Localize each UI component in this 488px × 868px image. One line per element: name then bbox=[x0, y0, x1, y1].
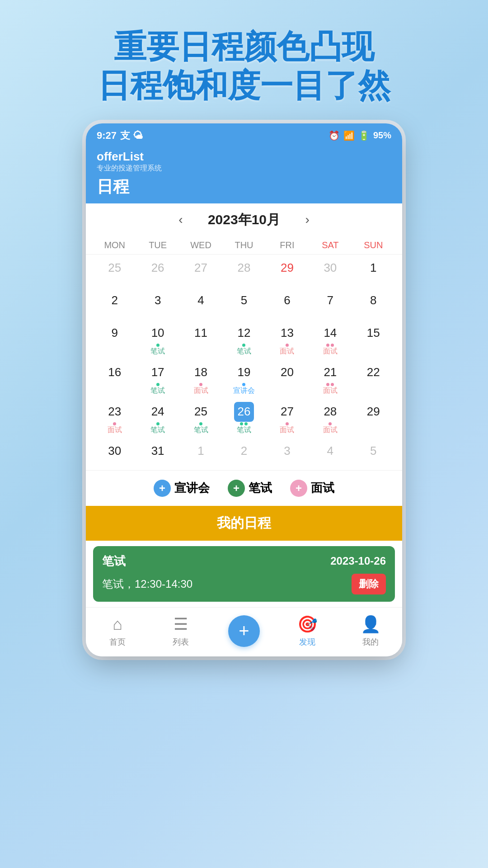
nav-list[interactable]: ☰ 列表 bbox=[158, 615, 203, 647]
status-icons: 支 🌤 bbox=[120, 129, 143, 142]
calendar-day-number: 13 bbox=[277, 323, 297, 343]
calendar-day-number: 4 bbox=[320, 441, 340, 461]
calendar-day[interactable]: 18面试 bbox=[179, 359, 222, 398]
calendar-day[interactable]: 20 bbox=[266, 359, 309, 398]
calendar-day[interactable]: 7 bbox=[309, 287, 352, 320]
calendar-day[interactable]: 1 bbox=[352, 255, 395, 287]
calendar-day[interactable]: 22 bbox=[352, 359, 395, 398]
calendar-day[interactable]: 28面试 bbox=[309, 398, 352, 438]
calendar-day-number: 29 bbox=[363, 402, 383, 422]
add-written-test-button[interactable]: + 笔试 bbox=[228, 480, 272, 497]
calendar-day-label: 面试 bbox=[280, 347, 294, 356]
calendar-day-dots bbox=[242, 344, 245, 347]
add-button[interactable]: + bbox=[228, 615, 260, 647]
calendar-day[interactable]: 6 bbox=[266, 287, 309, 320]
schedule-time: 笔试，12:30-14:30 bbox=[102, 577, 192, 591]
add-written-test-label: 笔试 bbox=[249, 480, 272, 496]
calendar-day[interactable]: 14面试 bbox=[309, 320, 352, 359]
calendar-day-number: 24 bbox=[148, 402, 168, 422]
nav-discover[interactable]: 🎯 发现 bbox=[285, 615, 330, 647]
calendar-day[interactable]: 30 bbox=[93, 438, 136, 470]
calendar-day-number: 1 bbox=[191, 441, 211, 461]
app-header: offerList 专业的投递管理系统 日程 bbox=[86, 146, 402, 203]
day-header-fri: FRI bbox=[266, 236, 309, 254]
calendar-day[interactable]: 3 bbox=[266, 438, 309, 470]
calendar-day-number: 27 bbox=[191, 258, 211, 278]
calendar-day-number: 23 bbox=[105, 402, 125, 422]
nav-mine-label: 我的 bbox=[362, 637, 379, 647]
calendar-day[interactable]: 23面试 bbox=[93, 398, 136, 438]
add-interview-label: 面试 bbox=[311, 480, 334, 496]
calendar-day-number: 31 bbox=[148, 441, 168, 461]
calendar-day[interactable]: 27 bbox=[179, 255, 222, 287]
add-interview-button[interactable]: + 面试 bbox=[290, 480, 334, 497]
delete-schedule-button[interactable]: 删除 bbox=[352, 574, 386, 594]
calendar-day[interactable]: 3 bbox=[136, 287, 179, 320]
day-header-tue: TUE bbox=[136, 236, 179, 254]
add-presentation-button[interactable]: + 宣讲会 bbox=[154, 480, 210, 497]
schedule-date: 2023-10-26 bbox=[330, 555, 386, 567]
calendar-day[interactable]: 5 bbox=[222, 287, 265, 320]
calendar-day-number: 16 bbox=[105, 363, 125, 382]
nav-add[interactable]: + bbox=[221, 615, 267, 647]
calendar-day[interactable]: 9 bbox=[93, 320, 136, 359]
day-header-thu: THU bbox=[222, 236, 265, 254]
nav-mine[interactable]: 👤 我的 bbox=[348, 615, 393, 647]
calendar-day-number: 30 bbox=[105, 441, 125, 461]
calendar-day[interactable]: 17笔试 bbox=[136, 359, 179, 398]
calendar-day[interactable]: 24笔试 bbox=[136, 398, 179, 438]
calendar-day[interactable]: 31 bbox=[136, 438, 179, 470]
calendar-day[interactable]: 11 bbox=[179, 320, 222, 359]
next-month-button[interactable]: › bbox=[298, 212, 316, 227]
calendar-month-title: 2023年10月 bbox=[208, 211, 280, 229]
prev-month-button[interactable]: ‹ bbox=[172, 212, 190, 227]
calendar-day[interactable]: 4 bbox=[179, 287, 222, 320]
calendar-day[interactable]: 2 bbox=[222, 438, 265, 470]
calendar-day-number: 3 bbox=[277, 441, 297, 461]
calendar-day[interactable]: 15 bbox=[352, 320, 395, 359]
phone-frame: 9:27 支 🌤 ⏰ 📶 🔋 95% offerList 专业的投递管理系统 日… bbox=[86, 123, 402, 656]
calendar-day[interactable]: 19宣讲会 bbox=[222, 359, 265, 398]
add-presentation-label: 宣讲会 bbox=[174, 480, 210, 496]
calendar-day[interactable]: 10笔试 bbox=[136, 320, 179, 359]
calendar-day-number: 7 bbox=[320, 291, 340, 311]
calendar-day[interactable]: 8 bbox=[352, 287, 395, 320]
calendar-day[interactable]: 21面试 bbox=[309, 359, 352, 398]
calendar-day[interactable]: 1 bbox=[179, 438, 222, 470]
calendar-day-number: 22 bbox=[363, 363, 383, 382]
calendar-day[interactable]: 4 bbox=[309, 438, 352, 470]
add-written-test-icon: + bbox=[228, 480, 245, 497]
day-header-wed: WED bbox=[179, 236, 222, 254]
calendar-section: ‹ 2023年10月 › MON TUE WED THU FRI SAT SUN… bbox=[86, 203, 402, 607]
calendar-day-label: 面试 bbox=[323, 425, 338, 435]
calendar-day[interactable]: 25笔试 bbox=[179, 398, 222, 438]
calendar-day[interactable]: 26笔试 bbox=[222, 398, 265, 438]
action-buttons: + 宣讲会 + 笔试 + 面试 bbox=[86, 470, 402, 506]
calendar-day[interactable]: 30 bbox=[309, 255, 352, 287]
nav-home[interactable]: ⌂ 首页 bbox=[95, 615, 140, 647]
calendar-day-number: 19 bbox=[234, 363, 254, 382]
calendar-day-label: 笔试 bbox=[150, 425, 165, 435]
calendar-day[interactable]: 29 bbox=[352, 398, 395, 438]
calendar-day-dots bbox=[156, 422, 160, 425]
calendar-day[interactable]: 25 bbox=[93, 255, 136, 287]
calendar-day[interactable]: 13面试 bbox=[266, 320, 309, 359]
calendar-day-label: 笔试 bbox=[194, 425, 208, 435]
calendar-day-number: 20 bbox=[277, 363, 297, 382]
calendar-day[interactable]: 29 bbox=[266, 255, 309, 287]
calendar-day[interactable]: 16 bbox=[93, 359, 136, 398]
calendar-day-label: 笔试 bbox=[150, 347, 165, 356]
calendar-day[interactable]: 5 bbox=[352, 438, 395, 470]
calendar-day[interactable]: 26 bbox=[136, 255, 179, 287]
schedule-item: 笔试 2023-10-26 笔试，12:30-14:30 删除 bbox=[93, 546, 395, 602]
calendar-day[interactable]: 12笔试 bbox=[222, 320, 265, 359]
calendar-day[interactable]: 27面试 bbox=[266, 398, 309, 438]
calendar-day[interactable]: 2 bbox=[93, 287, 136, 320]
calendar-day-dots bbox=[326, 344, 334, 347]
calendar-day-number: 26 bbox=[148, 258, 168, 278]
calendar-day[interactable]: 28 bbox=[222, 255, 265, 287]
battery-icon: 🔋 bbox=[358, 130, 370, 141]
calendar-day-dots bbox=[240, 422, 248, 425]
calendar-day-number: 18 bbox=[191, 363, 211, 382]
calendar-grid: 25262728293012345678910笔试1112笔试13面试14面试1… bbox=[86, 255, 402, 470]
